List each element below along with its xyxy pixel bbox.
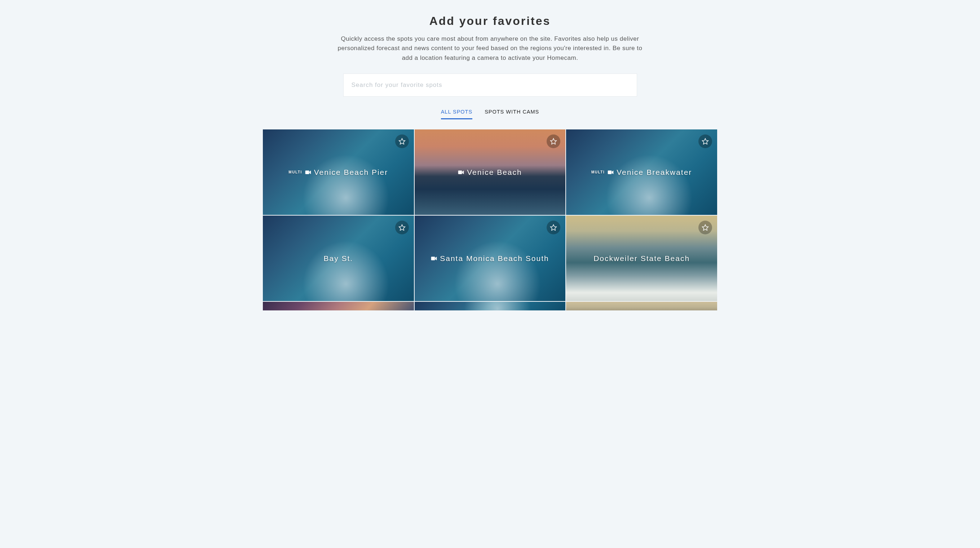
svg-rect-1: [305, 170, 309, 174]
svg-rect-3: [458, 170, 462, 174]
star-icon: [550, 138, 557, 145]
page-title: Add your favorites: [277, 14, 703, 28]
spot-label: Dockweiler State Beach: [593, 254, 690, 263]
spot-name: Dockweiler State Beach: [593, 254, 690, 263]
multi-badge: MULTI: [591, 170, 605, 174]
spot-card[interactable]: MULTIVenice Breakwater: [566, 129, 717, 215]
tab-all-spots[interactable]: ALL SPOTS: [441, 107, 473, 119]
star-icon: [702, 224, 709, 231]
spot-card[interactable]: [415, 302, 566, 310]
svg-rect-8: [431, 257, 435, 260]
spot-name: Venice Breakwater: [617, 168, 692, 177]
spot-card[interactable]: [566, 302, 717, 310]
camera-icon: [305, 170, 311, 175]
spot-card[interactable]: Bay St.: [263, 216, 414, 301]
favorite-star-button[interactable]: [547, 221, 560, 234]
star-icon: [398, 138, 406, 145]
favorite-star-button[interactable]: [698, 221, 712, 234]
spot-card[interactable]: Venice Beach: [415, 129, 566, 215]
spot-label: MULTIVenice Beach Pier: [288, 168, 388, 177]
spot-name: Santa Monica Beach South: [440, 254, 549, 263]
multi-badge: MULTI: [288, 170, 302, 174]
svg-marker-6: [399, 225, 405, 230]
tab-spots-with-cams[interactable]: SPOTS WITH CAMS: [485, 107, 539, 119]
camera-icon: [608, 170, 614, 175]
star-icon: [398, 224, 406, 231]
star-icon: [702, 138, 709, 145]
svg-marker-4: [702, 138, 708, 144]
search-input[interactable]: [343, 73, 637, 97]
favorite-star-button[interactable]: [395, 135, 409, 148]
star-icon: [550, 224, 557, 231]
spot-label: Venice Beach: [458, 168, 522, 177]
spot-name: Venice Beach Pier: [314, 168, 388, 177]
favorite-star-button[interactable]: [547, 135, 560, 148]
favorite-star-button[interactable]: [698, 135, 712, 148]
spot-label: Bay St.: [323, 254, 353, 263]
spot-card[interactable]: Santa Monica Beach South: [415, 216, 566, 301]
favorite-star-button[interactable]: [395, 221, 409, 234]
spot-card[interactable]: [263, 302, 414, 310]
spot-label: MULTIVenice Breakwater: [591, 168, 692, 177]
spot-name: Bay St.: [323, 254, 353, 263]
svg-marker-9: [702, 225, 708, 230]
camera-icon: [458, 170, 464, 175]
spot-label: Santa Monica Beach South: [431, 254, 549, 263]
svg-marker-7: [550, 225, 557, 230]
spots-grid: MULTIVenice Beach PierVenice BeachMULTIV…: [263, 129, 717, 310]
spot-card[interactable]: MULTIVenice Beach Pier: [263, 129, 414, 215]
svg-rect-5: [608, 170, 612, 174]
camera-icon: [431, 256, 437, 260]
svg-marker-0: [399, 138, 405, 144]
spot-card[interactable]: Dockweiler State Beach: [566, 216, 717, 301]
spot-name: Venice Beach: [467, 168, 522, 177]
svg-marker-2: [550, 138, 557, 144]
page-subtitle: Quickly access the spots you care most a…: [337, 34, 643, 63]
tabs: ALL SPOTS SPOTS WITH CAMS: [263, 107, 717, 119]
